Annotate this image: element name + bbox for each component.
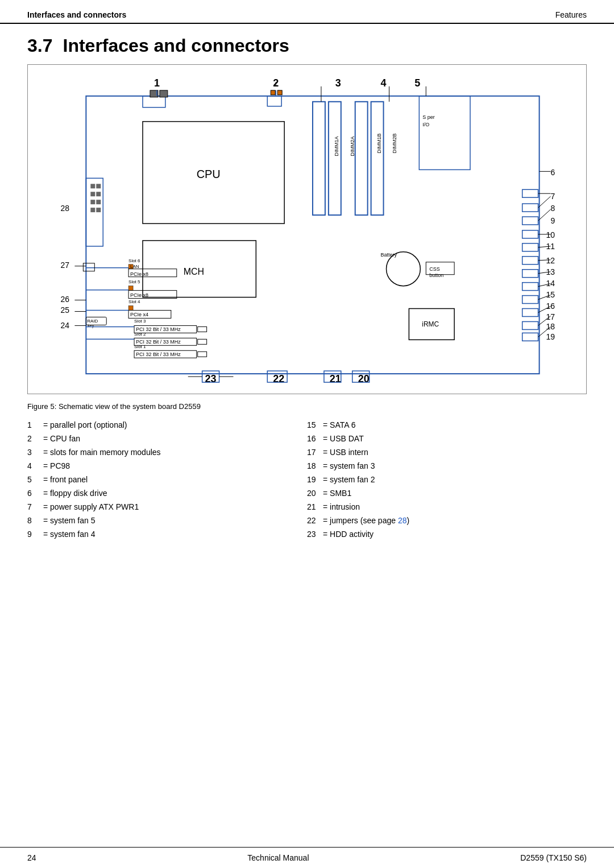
- svg-text:5: 5: [414, 77, 420, 89]
- header-left: Interfaces and connectors: [27, 10, 126, 19]
- legend-text-22: = jumpers (see page 28): [323, 516, 409, 525]
- legend-item-21: 21 = intrusion: [307, 501, 587, 513]
- svg-rect-87: [96, 192, 101, 196]
- legend-text-17: = USB intern: [323, 448, 368, 457]
- svg-text:14: 14: [546, 279, 555, 288]
- svg-text:10: 10: [546, 230, 555, 239]
- legend-text-8: = system fan 5: [43, 516, 95, 525]
- svg-text:I/O: I/O: [422, 122, 429, 127]
- svg-rect-82: [90, 184, 95, 188]
- legend-item-2: 2 = CPU fan: [27, 432, 307, 445]
- svg-text:LAN: LAN: [130, 264, 139, 269]
- footer-document-id: D2559 (TX150 S6): [520, 853, 587, 862]
- legend-item-22: 22 = jumpers (see page 28): [307, 514, 587, 527]
- legend-item-15: 15 = SATA 6: [307, 419, 587, 431]
- legend-text-6: = floppy disk drive: [43, 489, 107, 498]
- legend-num-1: 1: [27, 420, 43, 429]
- svg-text:Battery: Battery: [381, 252, 397, 258]
- legend-text-20: = SMB1: [323, 489, 351, 498]
- svg-text:RAID: RAID: [87, 319, 98, 324]
- svg-rect-0: [30, 65, 585, 394]
- footer: 24 Technical Manual D2559 (TX150 S6): [0, 847, 614, 868]
- svg-text:CSS: CSS: [429, 266, 439, 272]
- legend-text-9: = system fan 4: [43, 530, 95, 539]
- legend-item-3: 3 = slots for main memory modules: [27, 446, 307, 458]
- figure-caption: Figure 5: Schematic view of the system b…: [0, 400, 614, 419]
- legend-item-20: 20 = SMB1: [307, 487, 587, 499]
- legend-text-23: = HDD activity: [323, 530, 374, 539]
- legend-item-8: 8 = system fan 5: [27, 514, 307, 527]
- svg-text:MCH: MCH: [184, 267, 204, 276]
- svg-rect-85: [90, 208, 95, 212]
- svg-text:22: 22: [273, 373, 284, 385]
- svg-text:28: 28: [61, 204, 70, 213]
- section-title-text: Interfaces and connectors: [63, 35, 289, 56]
- legend-item-7: 7 = power supply ATX PWR1: [27, 501, 307, 513]
- legend-text-18: = system fan 3: [323, 461, 375, 470]
- legend-item-17: 17 = USB intern: [307, 446, 587, 458]
- svg-text:17: 17: [546, 312, 555, 321]
- svg-text:PCIe x8: PCIe x8: [130, 292, 148, 298]
- legend-num-9: 9: [27, 530, 43, 539]
- svg-text:PCI 32 Bit / 33 MHz: PCI 32 Bit / 33 MHz: [136, 352, 181, 357]
- legend-num-21: 21: [307, 502, 323, 511]
- svg-text:Slot 2: Slot 2: [134, 332, 146, 337]
- legend-num-7: 7: [27, 502, 43, 511]
- legend-num-4: 4: [27, 461, 43, 470]
- svg-text:6: 6: [551, 168, 555, 177]
- legend-num-2: 2: [27, 434, 43, 443]
- svg-text:Slot 3: Slot 3: [134, 319, 146, 324]
- legend-link-28[interactable]: 28: [398, 516, 407, 525]
- diagram-area: 1 2 3 4 5 6 7 8 9 10 11 12 13 14 15 16 1…: [27, 64, 587, 394]
- svg-text:Slot 6: Slot 6: [128, 258, 140, 263]
- svg-text:CPU: CPU: [197, 168, 221, 180]
- svg-text:8: 8: [551, 204, 555, 213]
- legend-num-16: 16: [307, 434, 323, 443]
- header: Interfaces and connectors Features: [0, 0, 614, 24]
- legend-item-19: 19 = system fan 2: [307, 473, 587, 486]
- legend-num-22: 22: [307, 516, 323, 525]
- legend-num-15: 15: [307, 420, 323, 429]
- svg-text:button: button: [429, 272, 443, 278]
- svg-rect-84: [90, 200, 95, 204]
- svg-text:27: 27: [61, 261, 70, 270]
- svg-text:21: 21: [330, 373, 341, 385]
- section-title-area: 3.7Interfaces and connectors: [0, 30, 614, 64]
- legend-text-5: = front panel: [43, 475, 88, 484]
- svg-text:iRMC: iRMC: [422, 320, 439, 328]
- svg-text:23: 23: [205, 373, 217, 385]
- svg-text:key: key: [88, 324, 94, 328]
- legend-text-19: = system fan 2: [323, 475, 375, 484]
- footer-page-number: 24: [27, 853, 36, 862]
- svg-text:9: 9: [551, 216, 555, 225]
- legend-text-2: = CPU fan: [43, 434, 80, 443]
- legend-num-17: 17: [307, 448, 323, 457]
- legend-num-20: 20: [307, 489, 323, 498]
- svg-text:Slot 4: Slot 4: [128, 299, 140, 304]
- svg-rect-83: [90, 192, 95, 196]
- legend-text-15: = SATA 6: [323, 420, 355, 429]
- svg-text:26: 26: [61, 295, 70, 304]
- svg-text:Slot 5: Slot 5: [128, 279, 140, 284]
- svg-rect-88: [96, 200, 101, 204]
- legend-num-19: 19: [307, 475, 323, 484]
- legend-num-3: 3: [27, 448, 43, 457]
- legend-item-1: 1 = parallel port (optional): [27, 419, 307, 431]
- svg-text:DIMM1A: DIMM1A: [334, 137, 339, 156]
- legend-num-18: 18: [307, 461, 323, 470]
- section-number: 3.7: [27, 35, 52, 56]
- legend-text-1: = parallel port (optional): [43, 420, 127, 429]
- header-right: Features: [555, 10, 587, 19]
- svg-rect-97: [128, 286, 133, 291]
- svg-text:19: 19: [546, 332, 555, 341]
- page: Interfaces and connectors Features 3.7In…: [0, 0, 614, 868]
- legend-item-16: 16 = USB DAT: [307, 432, 587, 445]
- svg-text:PCIe x4: PCIe x4: [130, 312, 148, 317]
- svg-text:3: 3: [335, 77, 341, 89]
- svg-text:Slot 1: Slot 1: [134, 344, 146, 349]
- svg-rect-70: [271, 90, 275, 95]
- legend-item-5: 5 = front panel: [27, 473, 307, 486]
- svg-text:DIMM2A: DIMM2A: [350, 137, 355, 156]
- legend-item-4: 4 = PC98: [27, 460, 307, 472]
- legend-text-4: = PC98: [43, 461, 70, 470]
